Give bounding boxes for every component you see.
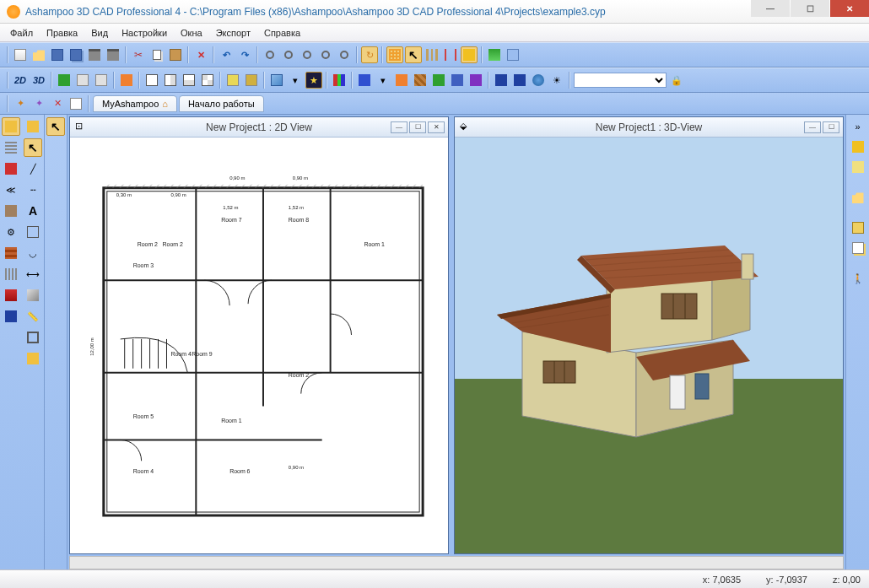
tool-orange-button[interactable] (393, 72, 410, 89)
wizard-button[interactable]: ✦ (12, 95, 29, 112)
brick-button[interactable] (2, 244, 20, 262)
vp3d-maximize-button[interactable]: ☐ (823, 121, 839, 133)
zoom-all-button[interactable] (336, 46, 353, 63)
cut-button[interactable]: ✂ (130, 46, 147, 63)
furniture-tool-button[interactable] (24, 349, 42, 368)
fill-button[interactable] (356, 72, 373, 89)
color-rgb-button[interactable] (331, 72, 348, 89)
red-square-button[interactable] (2, 159, 20, 178)
tool-settings-button[interactable] (467, 72, 484, 89)
refresh-button[interactable]: ↻ (361, 46, 378, 63)
layer-button[interactable] (486, 46, 503, 63)
wand-button[interactable]: ✦ (30, 95, 47, 112)
delete-button[interactable]: ✕ (192, 46, 209, 63)
view-3d-button[interactable]: 3D (30, 72, 47, 89)
lock-button[interactable]: 🔒 (668, 72, 685, 89)
save-as-button[interactable] (67, 46, 84, 63)
box-button[interactable] (268, 72, 285, 89)
dash-tool-button[interactable]: ╌ (24, 181, 42, 199)
tools-button[interactable] (2, 202, 20, 220)
cube-blue-button[interactable] (2, 307, 20, 326)
tool-home-button[interactable] (449, 72, 466, 89)
side-copy-button[interactable] (850, 240, 866, 256)
print-button[interactable] (86, 46, 103, 63)
dim-tool-button[interactable]: ⟷ (24, 265, 42, 283)
window-layout3-button[interactable] (181, 72, 197, 89)
vp2d-maximize-button[interactable]: ☐ (409, 121, 426, 133)
list-button[interactable] (67, 95, 84, 112)
snap-button[interactable] (461, 46, 478, 63)
window-tile-button[interactable] (118, 72, 135, 89)
wall-tool2-button[interactable] (24, 328, 42, 347)
close-button[interactable]: ✕ (830, 0, 869, 17)
grid-button[interactable] (386, 46, 403, 63)
undo-button[interactable]: ↶ (218, 46, 235, 63)
layer-select[interactable] (574, 73, 667, 88)
tool-tree-button[interactable] (430, 72, 447, 89)
cursor-tool-button[interactable]: ↖ (24, 138, 42, 157)
print-preview-button[interactable] (105, 46, 121, 63)
wall-tool-button[interactable] (2, 117, 20, 136)
zoom-fit-button[interactable] (299, 46, 316, 63)
star-button[interactable]: ★ (305, 72, 322, 89)
menu-settings[interactable]: Настройки (115, 26, 174, 40)
viewport-3d-canvas[interactable] (455, 138, 843, 553)
zoom-window-button[interactable] (317, 46, 334, 63)
tab-myashampoo[interactable]: MyAshampoo⌂ (93, 95, 177, 112)
side-expand-button[interactable]: » (850, 118, 866, 135)
window-layout1-button[interactable] (143, 72, 160, 89)
menu-windows[interactable]: Окна (174, 26, 209, 40)
menu-edit[interactable]: Правка (40, 26, 84, 40)
globe-button[interactable] (530, 72, 547, 89)
open-button[interactable] (30, 46, 47, 63)
hatch-button[interactable] (2, 138, 20, 157)
dropdown-button[interactable]: ▾ (375, 72, 391, 89)
guides-button[interactable] (442, 46, 459, 63)
menu-view[interactable]: Вид (84, 26, 115, 40)
sun-button[interactable]: ☀ (548, 72, 565, 89)
arc-tool-button[interactable]: ◡ (24, 244, 42, 262)
view-2d-button[interactable]: 2D (12, 72, 29, 89)
floor-list1-button[interactable] (74, 72, 91, 89)
side-person-button[interactable]: 🚶 (850, 270, 866, 287)
tab-getting-started[interactable]: Начало работы (179, 95, 264, 112)
line-tool-button[interactable]: ╱ (24, 159, 42, 178)
side-panel2-button[interactable] (850, 159, 866, 175)
tool-stairs-button[interactable] (412, 72, 429, 89)
maximize-button[interactable]: ☐ (791, 0, 829, 17)
paste-button[interactable] (167, 46, 184, 63)
text-tool-button[interactable]: A (24, 202, 42, 220)
zoom-in-button[interactable] (262, 46, 278, 63)
copy-button[interactable] (148, 46, 165, 63)
floor-list2-button[interactable] (93, 72, 110, 89)
home-tool-button[interactable] (24, 117, 42, 136)
viewport-2d-canvas[interactable]: Room 2 Room 2 Room 7 Room 8 Room 1 Room … (70, 138, 448, 553)
vp3d-minimize-button[interactable]: — (804, 121, 821, 133)
chevron-button[interactable]: ≪ (2, 181, 20, 199)
axis2-button[interactable] (511, 72, 528, 89)
side-panel1-button[interactable] (850, 138, 866, 155)
side-clipboard-button[interactable] (850, 219, 866, 236)
vp2d-minimize-button[interactable]: — (391, 121, 408, 133)
door-red-button[interactable] (2, 286, 20, 305)
menu-help[interactable]: Справка (257, 26, 307, 40)
vp2d-close-button[interactable]: ✕ (428, 121, 445, 133)
fence-button[interactable] (2, 265, 20, 283)
select-button[interactable]: ↖ (405, 46, 422, 63)
floor-up-button[interactable] (56, 72, 73, 89)
axis1-button[interactable] (493, 72, 510, 89)
minimize-button[interactable]: — (751, 0, 790, 17)
shape-tool-button[interactable] (24, 223, 42, 241)
render1-button[interactable] (224, 72, 241, 89)
side-folder-button[interactable] (850, 189, 866, 206)
settings-gear-button[interactable]: ⚙ (2, 223, 20, 241)
ruler-tool-button[interactable]: 📏 (24, 307, 42, 326)
new-button[interactable] (12, 46, 29, 63)
ruler-button[interactable] (424, 46, 440, 63)
render2-button[interactable] (243, 72, 260, 89)
zoom-out-button[interactable] (280, 46, 297, 63)
gradient-button[interactable]: ▾ (287, 72, 304, 89)
properties-button[interactable] (505, 46, 521, 63)
menu-export[interactable]: Экспорт (209, 26, 257, 40)
box3d-tool-button[interactable] (24, 286, 42, 305)
